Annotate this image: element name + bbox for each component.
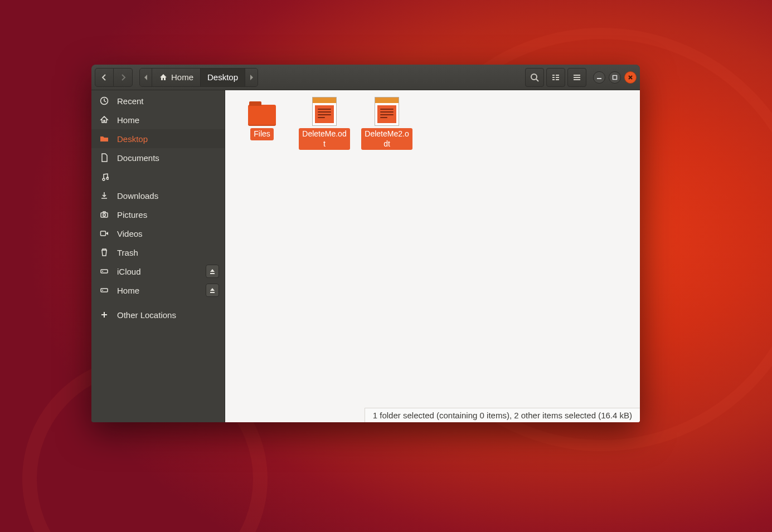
sidebar-item-desktop[interactable]: Desktop <box>91 129 225 148</box>
sidebar-item-label: Documents <box>117 153 219 163</box>
sidebar-item-home[interactable]: Home <box>91 110 225 129</box>
sidebar-item-other-locations[interactable]: Other Locations <box>91 305 225 324</box>
download-icon <box>99 191 109 200</box>
sidebar-item-label: Downloads <box>117 191 219 201</box>
eject-button[interactable] <box>206 265 219 278</box>
sidebar-item-icloud[interactable]: iCloud <box>91 262 225 281</box>
path-prev-button[interactable] <box>140 69 152 86</box>
svg-rect-1 <box>552 75 555 76</box>
path-bar: Home Desktop <box>139 68 258 87</box>
trash-icon <box>99 248 109 257</box>
close-icon <box>628 75 633 80</box>
sidebar-item-pictures[interactable]: Pictures <box>91 205 225 224</box>
clock-icon <box>99 96 109 105</box>
sidebar-item-music[interactable] <box>91 167 225 186</box>
maximize-button[interactable] <box>609 71 621 84</box>
minimize-icon <box>596 75 602 80</box>
sidebar-item-documents[interactable]: Documents <box>91 148 225 167</box>
triangle-left-icon <box>144 75 148 80</box>
home-icon <box>159 73 168 82</box>
nav-group <box>95 68 133 87</box>
sidebar-item-label: Pictures <box>117 210 219 219</box>
home-icon <box>99 115 109 124</box>
sidebar-item-recent[interactable]: Recent <box>91 91 225 110</box>
minimize-button[interactable] <box>593 71 605 84</box>
sidebar-item-label: Videos <box>117 229 219 238</box>
sidebar-item-label: Trash <box>117 248 219 257</box>
path-next-button[interactable] <box>245 69 258 86</box>
file-grid: Files DeleteMe.odt <box>225 90 640 422</box>
file-label: DeleteMe.odt <box>299 128 350 150</box>
file-item[interactable]: DeleteMe2.odt <box>360 96 414 417</box>
drive-icon <box>99 267 109 276</box>
status-text: 1 folder selected (containing 0 items), … <box>373 411 632 420</box>
svg-rect-14 <box>101 289 108 292</box>
path-segment-current[interactable]: Desktop <box>201 69 245 86</box>
svg-point-0 <box>531 74 537 80</box>
music-icon <box>99 172 109 181</box>
folder-item[interactable]: Files <box>235 96 289 417</box>
hamburger-menu-button[interactable] <box>567 68 586 87</box>
svg-rect-6 <box>556 79 559 80</box>
sidebar-item-label: iCloud <box>117 267 198 276</box>
path-segment-label: Home <box>171 72 193 82</box>
camera-icon <box>99 210 109 219</box>
sidebar-item-label: Home <box>117 115 219 125</box>
list-view-icon <box>551 73 560 82</box>
triangle-right-icon <box>249 75 254 80</box>
plus-icon <box>99 311 109 319</box>
window-body: Recent Home Desktop Documents <box>91 90 640 422</box>
forward-button[interactable] <box>114 68 133 87</box>
hamburger-icon <box>572 73 581 82</box>
window-controls <box>593 71 637 84</box>
path-segment-label: Desktop <box>207 72 238 82</box>
sidebar-item-label: Other Locations <box>117 310 219 320</box>
sidebar: Recent Home Desktop Documents <box>91 90 225 422</box>
file-manager-window: Home Desktop <box>91 65 640 422</box>
chevron-left-icon <box>101 74 108 81</box>
folder-icon <box>99 134 109 143</box>
search-icon <box>530 73 539 82</box>
close-button[interactable] <box>624 71 637 84</box>
svg-rect-12 <box>101 270 108 273</box>
sidebar-item-label: Home <box>117 286 198 295</box>
status-bar: 1 folder selected (containing 0 items), … <box>365 408 640 422</box>
svg-rect-5 <box>556 77 559 78</box>
odt-file-icon <box>309 96 339 126</box>
sidebar-item-downloads[interactable]: Downloads <box>91 186 225 205</box>
eject-icon <box>209 287 216 294</box>
sidebar-item-home-drive[interactable]: Home <box>91 281 225 300</box>
video-icon <box>99 229 109 238</box>
svg-point-13 <box>102 271 103 272</box>
eject-button[interactable] <box>206 284 219 297</box>
svg-rect-2 <box>552 77 555 78</box>
svg-rect-4 <box>556 75 559 76</box>
document-icon <box>99 153 109 162</box>
svg-rect-3 <box>552 79 555 80</box>
folder-icon <box>247 96 277 126</box>
svg-point-10 <box>103 214 105 216</box>
drive-icon <box>99 286 109 295</box>
content-pane[interactable]: Files DeleteMe.odt <box>225 90 640 422</box>
titlebar: Home Desktop <box>91 65 640 90</box>
file-label: Files <box>250 128 274 140</box>
maximize-icon <box>612 75 618 80</box>
odt-file-icon <box>372 96 402 126</box>
view-toggle-button[interactable] <box>546 68 565 87</box>
sidebar-item-label: Recent <box>117 96 219 106</box>
svg-rect-7 <box>613 75 617 79</box>
sidebar-item-label: Desktop <box>117 134 219 144</box>
sidebar-item-trash[interactable]: Trash <box>91 243 225 262</box>
svg-point-15 <box>102 290 103 291</box>
sidebar-item-videos[interactable]: Videos <box>91 224 225 243</box>
path-segment-home[interactable]: Home <box>152 69 201 86</box>
file-label: DeleteMe2.odt <box>361 128 412 150</box>
search-button[interactable] <box>525 68 544 87</box>
file-item[interactable]: DeleteMe.odt <box>298 96 351 417</box>
back-button[interactable] <box>95 68 114 87</box>
chevron-right-icon <box>120 74 127 81</box>
eject-icon <box>209 268 216 275</box>
svg-rect-11 <box>101 231 106 236</box>
